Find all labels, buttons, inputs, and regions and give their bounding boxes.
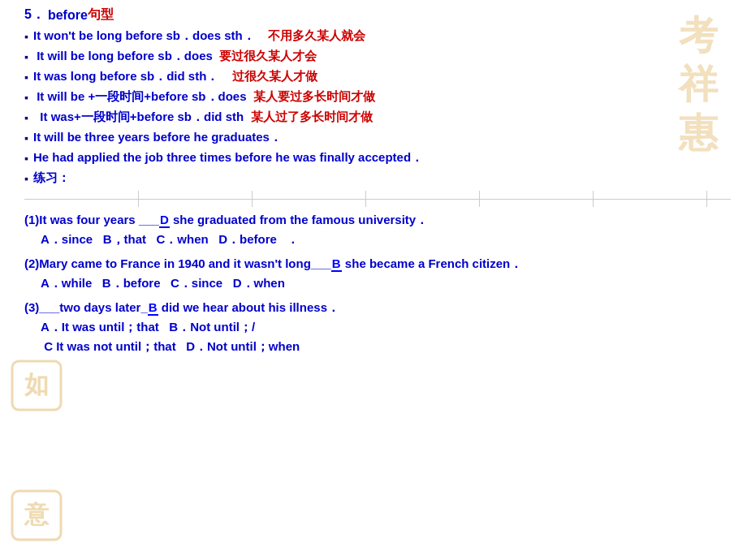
bullet-text-4: It will be +一段时间+before sb．does [33, 88, 253, 106]
grid-col-1 [138, 191, 139, 207]
bullet-item-2: It will be long before sb．does 要过很久某人才会 [24, 47, 731, 66]
heading-keyword: before [48, 8, 88, 23]
bullet-text-8: 练习： [33, 169, 70, 187]
bullet-list: It won't be long before sb．does sth． 不用多… [24, 27, 731, 187]
ex1-text-after: she graduated from the famous university… [170, 213, 428, 226]
divider-line-1 [24, 199, 731, 200]
bullet-item-1: It won't be long before sb．does sth． 不用多… [24, 27, 731, 45]
svg-text:意: 意 [24, 501, 50, 528]
bullet-red-2: 要过很久某人才会 [219, 47, 317, 66]
ex2-text-before: (2)Mary came to France in 1940 and it wa… [24, 256, 331, 270]
bullet-text-7: He had applied the job three times befor… [33, 149, 423, 167]
heading-number: 5． [24, 6, 45, 24]
bullet-red-4: 某人要过多长时间才做 [253, 88, 375, 106]
ex3-options-line1: A．It was until；that B．Not until；/ [41, 320, 255, 334]
bullet-item-4: It will be +一段时间+before sb．does 某人要过多长时间… [24, 88, 731, 106]
bullet-text-3: It was long before sb．did sth． [33, 67, 232, 86]
bullet-item-6: It will be three years before he graduat… [24, 128, 731, 147]
ex1-options: A．since B，that C．when D．before ． [41, 232, 299, 246]
svg-rect-3 [12, 361, 61, 410]
bullet-red-3: 过很久某人才做 [232, 67, 317, 86]
ex2-text-after: she became a French citizen． [342, 256, 523, 270]
ex1-answer: D [159, 213, 170, 228]
ex3-text-after: did we hear about his illness． [158, 300, 339, 314]
bullet-text-6: It will be three years before he graduat… [33, 128, 282, 147]
grid-col-3 [365, 191, 366, 207]
grid-col-6 [706, 191, 707, 207]
ex2-answer: B [331, 256, 342, 272]
ex1-text-before: (1)It was four years ___ [24, 213, 159, 226]
section-heading: 5． before 句型 [24, 6, 731, 24]
grid-col-4 [479, 191, 480, 207]
grid-col-2 [252, 191, 253, 207]
svg-text:如: 如 [24, 371, 49, 398]
exercise-3: (3)___two days later_B did we hear about… [24, 298, 731, 356]
bullet-red-1: 不用多久某人就会 [268, 27, 365, 45]
heading-suffix: 句型 [88, 6, 114, 24]
exercise-1: (1)It was four years ___D she graduated … [24, 210, 731, 249]
ex3-answer: B [148, 300, 158, 316]
divider-grid [24, 191, 731, 207]
ex2-options: A．while B．before C．since D．when [41, 276, 285, 290]
bullet-text-2: It will be long before sb．does [33, 47, 219, 66]
bullet-text-5: It was+一段时间+before sb．did sth [33, 108, 251, 127]
ex3-text-before: (3)___two days later_ [24, 300, 148, 314]
bullet-red-5: 某人过了多长时间才做 [251, 108, 373, 127]
ex3-options-line2: C It was not until；that D．Not until；when [41, 339, 300, 353]
bullet-item-7: He had applied the job three times befor… [24, 149, 731, 167]
watermark-bottom-left-2: 意 [8, 487, 65, 544]
bullet-item-3: It was long before sb．did sth． 过很久某人才做 [24, 67, 731, 86]
grid-col-5 [593, 191, 594, 207]
svg-rect-5 [12, 491, 61, 540]
bullet-text-1: It won't be long before sb．does sth． [33, 27, 268, 45]
exercise-2: (2)Mary came to France in 1940 and it wa… [24, 254, 731, 293]
bullet-item-8: 练习： [24, 169, 731, 187]
main-content: 5． before 句型 It won't be long before sb．… [0, 0, 747, 368]
bullet-item-5: It was+一段时间+before sb．did sth 某人过了多长时间才做 [24, 108, 731, 127]
